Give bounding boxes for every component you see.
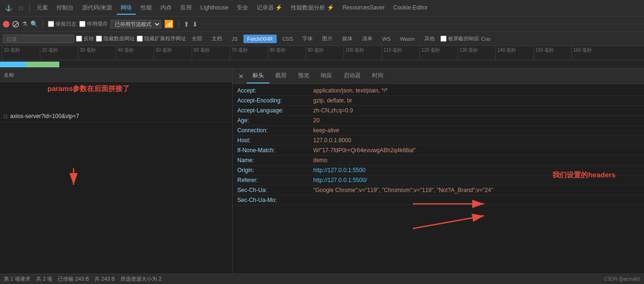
tab-network[interactable]: 网络 [117, 2, 136, 15]
hide-extension-checkbox[interactable]: 隐藏扩展程序网址 [137, 35, 186, 42]
tab-preview[interactable]: 预览 [292, 69, 315, 83]
filter-input[interactable] [3, 35, 74, 43]
header-origin-value: http://127.0.0.1:5500 [313, 167, 365, 174]
header-origin: Origin: http://127.0.0.1:5500 [233, 165, 644, 175]
tab-payload[interactable]: 载荷 [270, 69, 292, 83]
status-total: 共 2 项 [36, 275, 52, 283]
cookie-partial-label: Coo [481, 36, 491, 42]
wifi-icon[interactable]: 📶 [164, 19, 174, 28]
cursor-icon[interactable]: ⚓ [3, 2, 14, 14]
download-icon[interactable]: ⬇ [192, 20, 198, 28]
tab-resources-saver[interactable]: ResourcesSaver [339, 2, 389, 14]
header-host: Host: 127.0.0.1:8000 [233, 136, 644, 146]
tab-console[interactable]: 控制台 [53, 2, 77, 15]
type-btn-other[interactable]: 其他 [420, 34, 439, 44]
tick-130ms: 130 毫秒 [457, 46, 495, 60]
tick-70ms: 70 毫秒 [230, 46, 268, 60]
preserve-log-checkbox[interactable]: 保留日志 [48, 20, 76, 27]
type-btn-all[interactable]: 全部 [188, 34, 206, 44]
tab-cookie-editor[interactable]: Cookie-Editor [389, 2, 431, 14]
file-icon: □ [4, 113, 7, 119]
type-btn-font[interactable]: 字体 [299, 34, 317, 44]
request-item-axios[interactable]: □ axios-server?id=100&vip=7 [0, 110, 232, 122]
header-if-none-match: If-None-Match: W/"17-7fdP0r+Qr64evuwgABh… [233, 146, 644, 156]
tick-30ms: 30 毫秒 [78, 46, 116, 60]
type-btn-js[interactable]: JS [228, 35, 242, 43]
timeline-ticks: 10 毫秒 20 毫秒 30 毫秒 40 毫秒 50 毫秒 60 毫秒 70 毫… [0, 46, 644, 60]
header-age: Age: 20 [233, 116, 644, 126]
tab-initiator[interactable]: 启动器 [338, 69, 366, 83]
tick-60ms: 60 毫秒 [192, 46, 230, 60]
left-annotation-text: params参数在后面拼接了 [47, 84, 130, 93]
tab-lighthouse[interactable]: Lighthouse [196, 2, 232, 14]
tick-150ms: 150 毫秒 [533, 46, 571, 60]
type-btn-doc[interactable]: 文档 [208, 34, 226, 44]
tab-perf-insights[interactable]: 性能数据分析 ⚡ [287, 2, 337, 15]
header-referer-value: http://127.0.0.1:5500/ [313, 177, 367, 183]
header-accept-encoding-value: gzip, deflate, br [313, 97, 352, 104]
requests-list: params参数在后面拼接了 □ axios-server?id=100&vip… [0, 82, 232, 284]
throttle-select[interactable]: 已停用节流模式 [111, 20, 161, 28]
status-resources: 共 243 B [94, 275, 115, 283]
type-btn-fetch[interactable]: Fetch/XHR [243, 35, 277, 43]
tick-100ms: 100 毫秒 [344, 46, 382, 60]
request-name: axios-server?id=100&vip=7 [10, 113, 79, 119]
tab-sources[interactable]: 源代码/来源 [78, 2, 116, 15]
upload-icon[interactable]: ⬆ [184, 20, 189, 28]
header-accept-language-value: zh-CN,zh;q=0.9 [313, 107, 353, 114]
type-btn-img[interactable]: 图片 [318, 34, 336, 44]
tick-110ms: 110 毫秒 [382, 46, 420, 60]
filter-icon-btn[interactable]: ⚗ [22, 20, 28, 27]
hide-data-url-checkbox[interactable]: 隐藏数据网址 [96, 35, 135, 42]
header-accept-value: application/json, text/plain, */* [313, 87, 388, 94]
waterfall-green-bar [26, 62, 59, 67]
invert-checkbox[interactable]: 反转 [76, 35, 94, 42]
search-icon-btn[interactable]: 🔍 [30, 20, 38, 27]
devtools-window: ⚓ □ 元素 控制台 源代码/来源 网络 性能 内存 应用 Lighthouse… [0, 0, 644, 284]
header-host-value: 127.0.0.1:8000 [313, 137, 351, 144]
sep1 [43, 19, 43, 29]
tab-timing[interactable]: 时间 [366, 69, 389, 83]
disable-cache-checkbox[interactable]: 停用缓存 [79, 20, 108, 27]
tab-application[interactable]: 应用 [177, 2, 196, 15]
header-age-name: Age: [237, 117, 313, 124]
header-referer-name: Referer: [237, 177, 313, 183]
clear-button[interactable] [12, 21, 19, 27]
type-btn-css[interactable]: CSS [279, 35, 297, 43]
headers-content: Accept: application/json, text/plain, */… [233, 84, 644, 284]
tab-response[interactable]: 响应 [315, 69, 338, 83]
header-accept-encoding-name: Accept-Encoding: [237, 97, 313, 104]
devtools-tabbar: ⚓ □ 元素 控制台 源代码/来源 网络 性能 内存 应用 Lighthouse… [0, 0, 644, 17]
tab-elements[interactable]: 元素 [33, 2, 52, 15]
type-btn-media[interactable]: 媒体 [338, 34, 356, 44]
tick-80ms: 80 毫秒 [268, 46, 306, 60]
header-name-value: demo [313, 157, 327, 164]
tick-20ms: 20 毫秒 [40, 46, 78, 60]
status-bar: 第 1 项请求 共 2 项 已传输 243 B 共 243 B 所选资源大小为 … [0, 274, 644, 284]
tab-recorder[interactable]: 记录器 ⚡ [253, 2, 286, 15]
timeline-row: 10 毫秒 20 毫秒 30 毫秒 40 毫秒 50 毫秒 60 毫秒 70 毫… [0, 46, 644, 60]
inspect-icon[interactable]: □ [15, 2, 27, 14]
type-btn-manifest[interactable]: 清单 [358, 34, 376, 44]
filter-toolbar: 反转 隐藏数据网址 隐藏扩展程序网址 全部 文档 JS Fetch/XHR CS… [0, 32, 644, 46]
header-sec-ch-ua-name: Sec-Ch-Ua: [237, 187, 313, 193]
blocked-response-checkbox[interactable]: 被屏蔽的响应 [440, 35, 479, 42]
type-btn-ws[interactable]: WS [378, 35, 394, 43]
header-sec-ch-ua-mo: Sec-Ch-Ua-Mo: [233, 195, 644, 205]
tab-headers[interactable]: 标头 [247, 69, 270, 83]
tab-performance[interactable]: 性能 [137, 2, 156, 15]
requests-panel: 名称 params参数在后面拼接了 □ axios-server?id=100&… [0, 69, 233, 284]
header-name: Name: demo [233, 156, 644, 165]
tab-security[interactable]: 安全 [233, 2, 252, 15]
record-button[interactable] [3, 21, 9, 27]
close-detail-button[interactable]: ✕ [235, 71, 247, 82]
status-transferred: 已传输 243 B [58, 275, 89, 283]
type-btn-wasm[interactable]: Wasm [396, 35, 419, 43]
header-referer: Referer: http://127.0.0.1:5500/ [233, 175, 644, 185]
network-toolbar: ⚗ 🔍 保留日志 停用缓存 已停用节流模式 📶 ⬆ ⬇ [0, 17, 644, 32]
tick-10ms: 10 毫秒 [2, 46, 40, 60]
tab-memory[interactable]: 内存 [157, 2, 176, 15]
header-accept: Accept: application/json, text/plain, */… [233, 86, 644, 96]
header-accept-language: Accept-Language: zh-CN,zh;q=0.9 [233, 106, 644, 116]
header-accept-name: Accept: [237, 87, 313, 94]
